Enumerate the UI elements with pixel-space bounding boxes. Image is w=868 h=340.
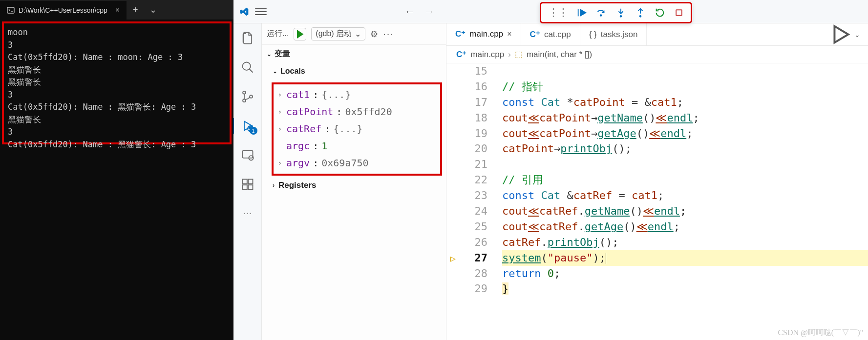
terminal-line: moon — [8, 26, 226, 39]
variable-name: catPoint — [286, 103, 333, 120]
code-line[interactable]: cout≪catRef.getName()≪endl; — [502, 203, 868, 219]
terminal-line: Cat(0x5ffd20): Name : 黑猫警长: Age : 3 — [8, 101, 226, 114]
debug-header: 运行... (gdb) 启动 ⌄ ⚙ ··· — [262, 23, 446, 45]
line-number[interactable]: 16 — [446, 79, 487, 95]
line-number[interactable]: 18 — [446, 110, 487, 126]
line-number[interactable]: 25 — [446, 219, 487, 235]
terminal-line: 黑猫警长 — [8, 76, 226, 89]
variable-row[interactable]: ›cat1: {...} — [276, 86, 437, 103]
chevron-down-icon: ⌄ — [273, 68, 277, 75]
terminal-tabbar: D:\Work\C++UserLesson\cpp × + ⌄ — [0, 0, 233, 20]
svg-rect-21 — [248, 185, 253, 189]
registers-header[interactable]: › Registers — [262, 180, 446, 190]
extensions-icon[interactable] — [241, 178, 254, 191]
code-line[interactable]: const Cat &catRef = cat1; — [502, 188, 868, 203]
line-number[interactable]: 15 — [446, 63, 487, 79]
variables-section-header[interactable]: ⌄ 变量 — [262, 45, 446, 63]
terminal-tab[interactable]: D:\Work\C++UserLesson\cpp × — [0, 0, 127, 20]
source-control-icon[interactable] — [241, 90, 254, 103]
variable-row[interactable]: ›catPoint: 0x5ffd20 — [276, 103, 437, 120]
tab-main-cpp[interactable]: C⁺ main.cpp × — [446, 23, 521, 45]
line-number[interactable]: 28 — [446, 266, 487, 281]
launch-config-select[interactable]: (gdb) 启动 ⌄ — [311, 27, 365, 40]
terminal-tab-title: D:\Work\C++UserLesson\cpp — [19, 6, 107, 14]
chevron-down-icon: ⌄ — [854, 31, 860, 39]
code-line[interactable]: const Cat *catPoint = &cat1; — [502, 95, 868, 110]
variable-name: catRef — [286, 120, 321, 138]
locals-list: ›cat1: {...}›catPoint: 0x5ffd20›catRef: … — [272, 82, 442, 176]
svg-point-3 — [600, 15, 602, 16]
close-icon[interactable]: × — [115, 6, 120, 15]
continue-button[interactable] — [576, 7, 587, 18]
terminal-output[interactable]: moon3Cat(0x5ffd20): Name : moon: Age : 3… — [2, 21, 232, 144]
code-line[interactable]: return 0; — [502, 266, 868, 281]
restart-button[interactable] — [655, 7, 665, 18]
step-over-button[interactable] — [596, 7, 607, 18]
more-icon[interactable]: ··· — [243, 207, 252, 220]
line-number[interactable]: 20 — [446, 141, 487, 157]
line-number[interactable]: 22 — [446, 172, 487, 188]
line-number[interactable]: 21 — [446, 157, 487, 172]
tab-dropdown-icon[interactable]: ⌄ — [144, 0, 162, 20]
svg-marker-23 — [834, 26, 848, 43]
line-number[interactable]: 17 — [446, 95, 487, 110]
line-number[interactable]: 26 — [446, 235, 487, 250]
nav-forward-button[interactable]: → — [424, 5, 435, 18]
line-number[interactable]: 24 — [446, 203, 487, 219]
code-line[interactable]: cout≪catPoint→getAge()≪endl; — [502, 126, 868, 141]
code-line[interactable]: catRef.printObj(); — [502, 235, 868, 250]
code-line[interactable]: catPoint→printObj(); — [502, 141, 868, 157]
chevron-down-icon: ⌄ — [267, 51, 272, 58]
more-icon[interactable]: ··· — [383, 28, 394, 40]
remote-icon[interactable] — [241, 148, 254, 162]
close-icon[interactable]: × — [507, 30, 511, 39]
line-number[interactable]: 19 — [446, 126, 487, 141]
run-file-button[interactable]: ⌄ — [823, 23, 868, 45]
code-line[interactable] — [502, 63, 868, 79]
code-line[interactable]: } — [502, 281, 868, 297]
debug-sidebar: 运行... (gdb) 启动 ⌄ ⚙ ··· ⌄ 变量 ⌄ Locals ›ca… — [262, 23, 446, 340]
run-debug-icon[interactable]: 1 — [241, 119, 254, 133]
code-line[interactable]: system("pause"); — [502, 250, 868, 266]
locals-header[interactable]: ⌄ Locals — [262, 63, 446, 80]
code-line[interactable] — [502, 157, 868, 172]
svg-rect-0 — [7, 7, 14, 13]
variable-row[interactable]: argc: 1 — [276, 138, 437, 155]
search-icon[interactable] — [241, 60, 254, 74]
line-number[interactable]: 29 — [446, 281, 487, 297]
chevron-right-icon: › — [276, 157, 283, 169]
cpp-file-icon: C⁺ — [456, 49, 466, 60]
terminal-line: Cat(0x5ffd20): Name : moon: Age : 3 — [8, 51, 226, 64]
tab-tasks-json[interactable]: { } tasks.json — [580, 23, 647, 45]
svg-rect-19 — [248, 180, 253, 184]
menu-button[interactable] — [255, 6, 267, 18]
code-editor[interactable]: 151617181920212223242526▷272829 // 指针con… — [446, 63, 868, 340]
line-number[interactable]: 23 — [446, 188, 487, 203]
code-line[interactable]: // 指针 — [502, 79, 868, 95]
code-line[interactable]: cout≪catPoint→getName()≪endl; — [502, 110, 868, 126]
json-file-icon: { } — [589, 30, 597, 40]
svg-point-12 — [243, 99, 246, 102]
tab-cat-cpp[interactable]: C⁺ cat.cpp — [521, 23, 580, 45]
stop-button[interactable] — [674, 8, 684, 18]
step-out-button[interactable] — [635, 7, 646, 18]
explorer-icon[interactable] — [241, 31, 254, 45]
terminal-line: 黑猫警长 — [8, 114, 226, 126]
grip-icon[interactable]: ⋮⋮ — [548, 6, 568, 19]
nav-back-button[interactable]: ← — [404, 5, 415, 18]
editor-tabbar: C⁺ main.cpp × C⁺ cat.cpp { } tasks.json … — [446, 23, 868, 46]
variable-row[interactable]: ›argv: 0x69a750 — [276, 155, 437, 172]
breadcrumb[interactable]: C⁺ main.cpp › ⬚ main(int, char * []) — [446, 46, 868, 63]
svg-point-5 — [620, 16, 622, 17]
svg-point-7 — [640, 16, 641, 17]
terminal-window: D:\Work\C++UserLesson\cpp × + ⌄ moon3Cat… — [0, 0, 233, 340]
code-line[interactable]: cout≪catRef.getAge()≪endl; — [502, 219, 868, 235]
debug-badge: 1 — [250, 127, 257, 135]
new-tab-button[interactable]: + — [127, 0, 144, 20]
step-into-button[interactable] — [615, 7, 626, 18]
variable-row[interactable]: ›catRef: {...} — [276, 120, 437, 138]
code-line[interactable]: // 引用 — [502, 172, 868, 188]
start-debug-button[interactable] — [294, 28, 306, 40]
gear-icon[interactable]: ⚙ — [370, 29, 378, 40]
variable-value: 1 — [321, 138, 327, 155]
